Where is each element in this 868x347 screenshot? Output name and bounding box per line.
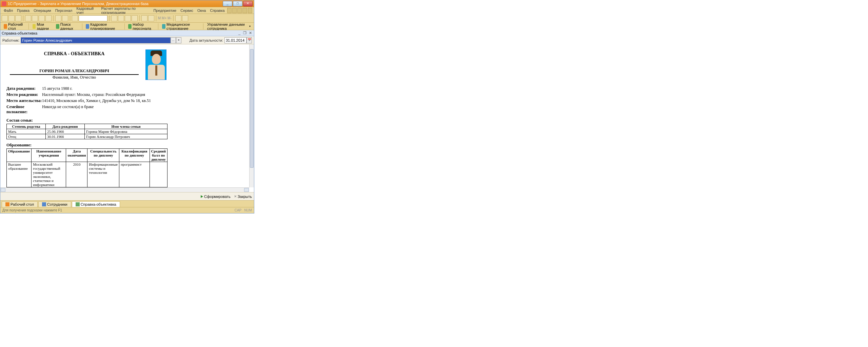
birthdate-label: Дата рождения: (6, 86, 42, 91)
sub-maximize-icon[interactable]: ❐ (242, 31, 247, 36)
employee-field[interactable] (21, 37, 170, 43)
sub-minimize-icon[interactable]: _ (237, 31, 242, 36)
refresh-icon[interactable] (118, 15, 124, 21)
family-title: Состав семьи: (6, 118, 238, 123)
menu-icon-2[interactable] (232, 8, 237, 13)
sub-close-icon[interactable]: ✕ (248, 31, 253, 36)
recruit-icon (128, 24, 132, 29)
tab-employees[interactable]: Сотрудники (38, 201, 71, 207)
menu-service[interactable]: Сервис (178, 8, 195, 13)
button-bar: Сформировать Закрыть (0, 192, 254, 200)
list-icon[interactable] (125, 15, 131, 21)
tasks-icon (33, 24, 36, 29)
nav-recruit[interactable]: Набор персонала (126, 22, 156, 31)
search-data-icon (56, 24, 59, 29)
scrollbar-horizontal[interactable] (0, 187, 249, 192)
menu-windows[interactable]: Окна (195, 8, 208, 13)
scroll-thumb[interactable] (250, 49, 254, 168)
scroll-right-icon[interactable] (244, 188, 249, 192)
status-bar: Для получения подсказки нажмите F1 CAP N… (0, 207, 254, 213)
person-photo (145, 49, 166, 80)
edu-title: Образование: (6, 143, 238, 148)
table-row: Мать25.06.1966Горина Мария Фёдоровна (7, 129, 167, 134)
tab-report[interactable]: Справка-объективка (72, 201, 120, 207)
marital-label: Семейное положение: (6, 104, 42, 115)
toolbar-main: M M+ M- (0, 14, 254, 23)
menu-file[interactable]: Файл (2, 8, 15, 13)
menu-edit[interactable]: Правка (15, 8, 32, 13)
info-icon[interactable] (182, 15, 188, 21)
name-hint: Фамилия, Имя, Отчество (6, 75, 142, 80)
subwindow-title: Справка-объективка (2, 31, 37, 35)
employee-label: Работник: (2, 38, 19, 42)
zoom-icon[interactable] (111, 15, 117, 21)
person-name: ГОРИН РОМАН АЛЕКСАНДРОВИЧ (10, 68, 139, 74)
birthplace-value: Населенный пункт: Москва, страна: Россий… (42, 92, 238, 97)
open-icon[interactable] (8, 15, 15, 21)
subwindow-titlebar: Справка-объективка _ ❐ ✕ (0, 30, 254, 36)
search-input[interactable] (79, 15, 107, 21)
find-icon[interactable] (72, 15, 78, 21)
med-icon (162, 24, 165, 29)
nav-empdata[interactable]: Управление данными сотрудника▾ (205, 22, 253, 31)
document-area: СПРАВКА - ОБЪЕКТИВКА ГОРИН РОМАН АЛЕКСАН… (0, 44, 254, 192)
date-field[interactable] (224, 37, 246, 43)
print-icon[interactable] (45, 15, 52, 21)
family-table: Степень родстваДата рожденияИмя члена се… (6, 124, 167, 139)
calc-icon[interactable] (141, 15, 147, 21)
employee-clear-button[interactable]: × (176, 37, 181, 43)
save-icon[interactable] (15, 15, 21, 21)
scroll-left-icon[interactable] (1, 188, 5, 192)
help-icon[interactable] (175, 15, 181, 21)
tab-desktop-icon (5, 202, 9, 206)
tab-employees-icon (42, 202, 46, 206)
nav-med[interactable]: Медицинское страхование (160, 22, 201, 31)
menu-icon-3[interactable] (237, 8, 242, 13)
close-form-button[interactable]: Закрыть (234, 195, 252, 199)
close-button[interactable]: ✕ (243, 1, 253, 6)
marital-value: Никогда не состоял(а) в браке (42, 104, 238, 115)
tab-report-icon (76, 202, 80, 206)
m-buttons[interactable]: M M+ M- (158, 16, 172, 20)
nav-tasks[interactable]: Мои задачи (31, 22, 53, 31)
nav-desktop[interactable]: Рабочий стол (2, 22, 27, 31)
undo-icon[interactable] (55, 15, 61, 21)
doc-title: СПРАВКА - ОБЪЕКТИВКА (6, 51, 142, 57)
toolbar-nav: Рабочий стол Мои задачи Поиск данных Кад… (0, 23, 254, 30)
app-icon (2, 1, 6, 6)
copy-icon[interactable] (32, 15, 38, 21)
menu-personnel[interactable]: Персонал (53, 8, 75, 13)
tree-icon[interactable] (132, 15, 138, 21)
date-label: Дата актуальности: (190, 38, 223, 42)
menu-bar: Файл Правка Операции Персонал Кадровый у… (0, 7, 254, 14)
paste-icon[interactable] (39, 15, 45, 21)
menu-help[interactable]: Справка (208, 8, 226, 13)
nav-search[interactable]: Поиск данных (54, 22, 80, 31)
maximize-button[interactable]: □ (233, 1, 242, 6)
menu-icon-5[interactable] (248, 8, 252, 13)
scrollbar-vertical[interactable] (249, 44, 254, 187)
residence-value: 141410, Московская обл, Химки г, Дружбы … (42, 98, 238, 103)
run-button[interactable]: Сформировать (201, 195, 231, 199)
menu-icon-1[interactable] (227, 8, 232, 13)
minimize-button[interactable]: _ (223, 1, 232, 6)
employee-select-button[interactable]: ... (171, 37, 176, 43)
nav-planning[interactable]: Кадровое планирование (84, 22, 122, 31)
status-hint: Для получения подсказки нажмите F1 (2, 208, 62, 212)
new-icon[interactable] (2, 15, 8, 21)
redo-icon[interactable] (62, 15, 68, 21)
tab-desktop[interactable]: Рабочий стол (2, 201, 38, 207)
table-row: Высшее образование Московский государств… (7, 162, 167, 187)
calendar-icon[interactable] (148, 15, 154, 21)
date-picker-button[interactable]: 📅 (246, 37, 252, 43)
menu-operations[interactable]: Операции (32, 8, 53, 13)
cap-indicator: CAP (235, 208, 242, 212)
planning-icon (86, 24, 89, 29)
cut-icon[interactable] (25, 15, 31, 21)
birthplace-label: Место рождения: (6, 92, 42, 97)
window-title: 1С:Предприятие - Зарплата и Управление П… (8, 2, 149, 6)
window-tabs: Рабочий стол Сотрудники Справка-объектив… (0, 200, 254, 207)
birthdate-value: 15 августа 1988 г. (42, 86, 238, 91)
menu-icon-4[interactable] (242, 8, 247, 13)
menu-enterprise[interactable]: Предприятие (151, 8, 178, 13)
